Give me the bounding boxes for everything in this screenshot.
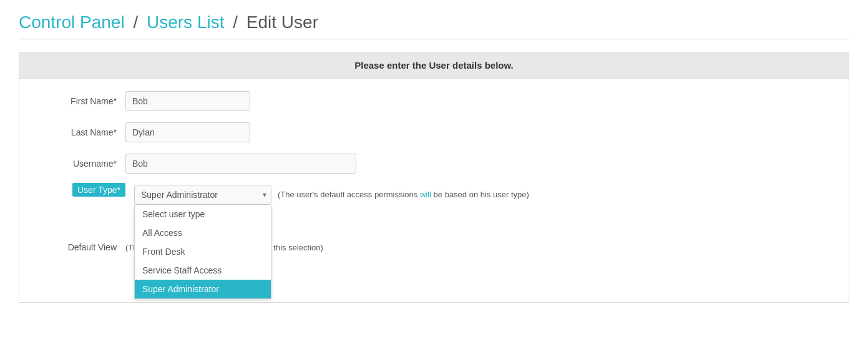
user-type-dropdown-menu: Select user type All Access Front Desk S… bbox=[134, 205, 271, 299]
edit-user-form: Please enter the User details below. Fir… bbox=[19, 52, 849, 303]
user-type-dropdown-container: Select user type All Access Front Desk S… bbox=[134, 185, 271, 205]
breadcrumb-control-panel[interactable]: Control Panel bbox=[19, 12, 125, 32]
default-view-label: Default View bbox=[44, 242, 125, 252]
last-name-row: Last Name* bbox=[44, 122, 824, 142]
dropdown-item-all-access[interactable]: All Access bbox=[135, 224, 271, 242]
user-type-select[interactable]: Select user type All Access Front Desk S… bbox=[134, 185, 271, 205]
breadcrumb: Control Panel / Users List / Edit User bbox=[0, 0, 868, 39]
form-header: Please enter the User details below. bbox=[19, 52, 849, 79]
breadcrumb-users-list[interactable]: Users List bbox=[147, 12, 224, 32]
breadcrumb-sep2: / bbox=[233, 12, 238, 32]
first-name-label: First Name* bbox=[44, 96, 125, 106]
user-type-select-wrapper: Select user type All Access Front Desk S… bbox=[134, 185, 271, 205]
first-name-row: First Name* bbox=[44, 91, 824, 111]
form-body: First Name* Last Name* Username* User Ty… bbox=[19, 79, 849, 302]
username-row: Username* bbox=[44, 154, 824, 174]
last-name-label: Last Name* bbox=[44, 127, 125, 137]
user-type-row: User Type* Select user type All Access F… bbox=[44, 185, 824, 205]
user-type-helper: (The user's default access permissions w… bbox=[278, 190, 529, 199]
user-type-label: User Type* bbox=[72, 183, 125, 197]
dropdown-item-select-user-type[interactable]: Select user type bbox=[135, 205, 271, 224]
first-name-input[interactable] bbox=[125, 91, 250, 111]
dropdown-item-service-staff[interactable]: Service Staff Access bbox=[135, 261, 271, 280]
last-name-input[interactable] bbox=[125, 122, 250, 142]
header-divider bbox=[19, 39, 849, 39]
username-label: Username* bbox=[44, 159, 125, 169]
dropdown-item-super-administrator[interactable]: Super Administrator bbox=[135, 280, 271, 298]
breadcrumb-current: Edit User bbox=[246, 12, 318, 32]
breadcrumb-sep1: / bbox=[133, 12, 138, 32]
dropdown-item-front-desk[interactable]: Front Desk bbox=[135, 242, 271, 261]
username-input[interactable] bbox=[125, 154, 356, 174]
